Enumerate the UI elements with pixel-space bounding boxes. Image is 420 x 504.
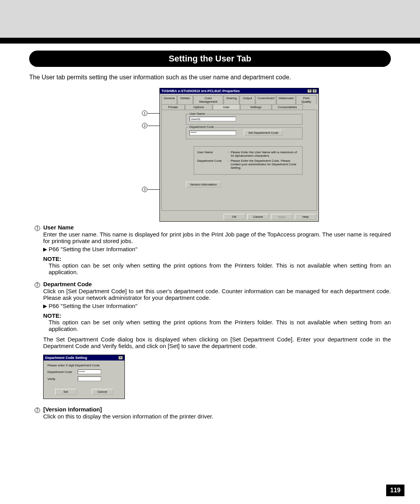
help-button[interactable]: Help	[295, 214, 316, 220]
dialog2-title: Department Code Setting	[45, 356, 87, 360]
cancel-button[interactable]: Cancel	[247, 214, 269, 220]
page-content-area: Setting the User Tab The User tab permit…	[0, 44, 420, 504]
dialog2-instruction: Please enter 5 digit Department Code.	[47, 364, 121, 367]
user-name-input[interactable]	[189, 117, 236, 121]
ref-text-2: P66 "Setting the User Information"	[49, 303, 137, 309]
section-body-dept-code: Click on [Set Department Code] to set th…	[43, 288, 391, 301]
dialog2-close-button[interactable]: ×	[118, 356, 123, 360]
dialog2-dept-row: Department Code	[47, 369, 121, 374]
arrow-icon	[43, 248, 47, 252]
section-head-version: [Version Information]	[43, 406, 102, 413]
tab-settings[interactable]: Settings	[240, 104, 271, 110]
dialog2-dept-label: Department Code	[47, 370, 78, 374]
section-dept-code: 2 Department Code Click on [Set Departme…	[35, 281, 391, 349]
tab-strip: General Details Color Management Sharing…	[160, 94, 318, 110]
dialog2-wrapper: Department Code Setting × Please enter 5…	[43, 355, 391, 399]
dialog-body: User Name Department Code Set Department…	[161, 110, 317, 211]
dialog-footer: OK Cancel Apply Help	[160, 212, 318, 221]
ok-button[interactable]: OK	[224, 214, 245, 220]
tab-user[interactable]: User	[213, 104, 240, 110]
section-num-2: 2	[35, 282, 40, 288]
help-title-button[interactable]: ?	[307, 89, 312, 93]
section-user-name: 1 User Name Enter the user name. This na…	[35, 224, 391, 275]
dept-code-setting-dialog: Department Code Setting × Please enter 5…	[43, 355, 125, 399]
dialog-titlebar: TOSHIBA e-STUDIO810 srs-PCL6UC Propertie…	[160, 88, 318, 94]
dialog2-body: Please enter 5 digit Department Code. De…	[44, 360, 124, 387]
tab-consumables[interactable]: Consumables	[272, 104, 303, 110]
dialog2-cancel-button[interactable]: Cancel	[92, 389, 113, 395]
note-block-1: NOTE: This option can be set only when s…	[43, 256, 391, 275]
close-title-button[interactable]: ×	[312, 89, 317, 93]
section-num-1: 1	[35, 226, 40, 231]
dialog2-verify-label: Verify	[47, 377, 78, 381]
user-name-group-label: User Name	[189, 112, 206, 116]
tab-row-2: Private Options User Settings Consumable…	[161, 104, 317, 110]
user-name-group: User Name	[186, 114, 303, 125]
section-extra-dept-code: The Set Department Code dialog box is di…	[43, 336, 391, 349]
black-strip	[0, 38, 420, 44]
callout-3: 3	[142, 187, 147, 192]
arrow-icon	[43, 304, 47, 308]
note-body-2: This option can be set only when setting…	[49, 319, 391, 332]
callout-1: 1	[142, 110, 147, 116]
properties-dialog: TOSHIBA e-STUDIO810 srs-PCL6UC Propertie…	[159, 88, 319, 222]
version-info-button[interactable]: Version Information	[186, 182, 221, 187]
section-body-version: Click on this to display the version inf…	[43, 413, 391, 420]
help-row-user-name: User Name : Please Enter the User Name w…	[197, 150, 299, 158]
dialog-title: TOSHIBA e-STUDIO810 srs-PCL6UC Propertie…	[161, 89, 240, 93]
page-number: 119	[386, 485, 404, 496]
tab-private[interactable]: Private	[161, 104, 185, 110]
dialog2-verify-row: Verify	[47, 376, 121, 381]
set-dept-code-button[interactable]: Set Department Code	[244, 130, 283, 136]
tab-color-management[interactable]: Color Management	[193, 95, 223, 104]
section-ref-user-name: P66 "Setting the User Information"	[43, 246, 391, 252]
tab-watermark[interactable]: Watermark	[276, 95, 295, 104]
help-user-name-text: Please Enter the User Name with a maximu…	[231, 150, 299, 158]
page-title-bar: Setting the User Tab	[29, 51, 391, 67]
help-user-name-label: User Name	[197, 150, 228, 158]
note-head-2: NOTE:	[43, 312, 391, 319]
dialog2-set-button[interactable]: Set	[55, 389, 77, 395]
dept-code-group: Department Code Set Department Code	[186, 127, 303, 139]
tab-general[interactable]: General	[161, 95, 177, 104]
section-head-dept-code: Department Code	[43, 281, 92, 287]
help-row-dept-code: Department Code : Please Enter the Depar…	[197, 159, 299, 170]
help-dept-code-label: Department Code	[197, 159, 228, 170]
dept-code-group-label: Department Code	[189, 125, 215, 129]
tab-details[interactable]: Details	[177, 95, 193, 104]
section-head-user-name: User Name	[43, 224, 74, 231]
tab-output[interactable]: Output	[240, 95, 255, 104]
intro-text: The User tab permits setting the user in…	[29, 74, 391, 81]
section-version-info: 2 [Version Information] Click on this to…	[35, 406, 391, 420]
tab-sharing[interactable]: Sharing	[224, 95, 239, 104]
tab-options[interactable]: Options	[185, 104, 212, 110]
note-head-1: NOTE:	[43, 256, 391, 262]
dialog2-titlebar: Department Code Setting ×	[44, 355, 124, 360]
help-dept-code-text: Please Enter the Department Code. Please…	[231, 159, 299, 170]
tab-row-1: General Details Color Management Sharing…	[161, 95, 317, 104]
apply-button[interactable]: Apply	[271, 214, 292, 220]
figure-wrapper: 1 2 3 TOSHIBA e-STUDIO810 srs-PCL6UC Pro…	[74, 88, 346, 216]
note-body-1: This option can be set only when setting…	[49, 262, 391, 275]
tab-print-quality[interactable]: Print Quality	[296, 95, 317, 104]
section-ref-dept-code: P66 "Setting the User Information"	[43, 303, 391, 309]
dept-code-input[interactable]	[189, 131, 236, 135]
tab-cover-insert[interactable]: Cover/Insert	[256, 95, 276, 104]
ref-text-1: P66 "Setting the User Information"	[49, 246, 137, 252]
dialog2-verify-input[interactable]	[78, 376, 101, 381]
section-num-3: 2	[35, 408, 40, 413]
section-body-user-name: Enter the user name. This name is displa…	[43, 231, 391, 244]
dialog2-footer: Set Cancel	[44, 387, 124, 399]
help-box: User Name : Please Enter the User Name w…	[194, 146, 303, 175]
note-block-2: NOTE: This option can be set only when s…	[43, 312, 391, 332]
callout-2: 2	[142, 123, 147, 128]
dialog2-dept-input[interactable]	[78, 369, 101, 374]
top-gray-area	[0, 0, 420, 38]
